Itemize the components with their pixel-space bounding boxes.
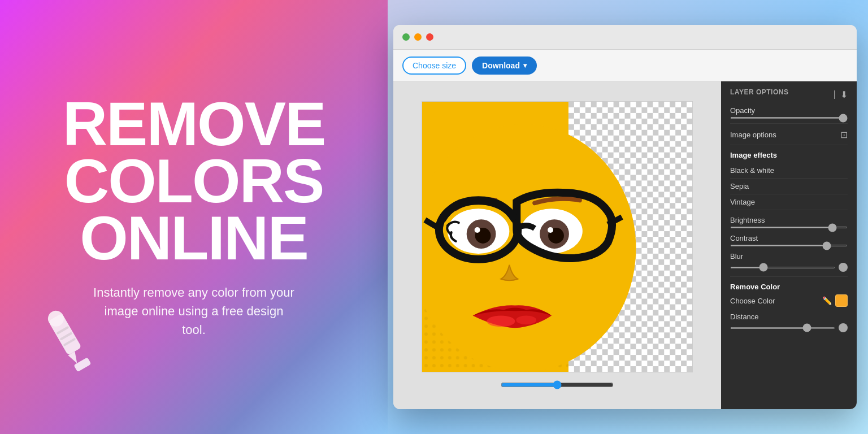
canvas-zoom-slider[interactable] xyxy=(501,380,614,389)
content-area: Layer options | ⬇ Opacity Image options … xyxy=(393,81,857,409)
left-panel: REMOVE COLORS ONLINE Instantly remove an… xyxy=(0,0,388,434)
hero-title: REMOVE COLORS ONLINE xyxy=(63,95,326,267)
eyedropper-icon xyxy=(34,304,107,377)
sidebar-icon-button-2[interactable]: ⬇ xyxy=(840,89,848,100)
right-panel: Choose size Download xyxy=(388,0,868,434)
app-window: Choose size Download xyxy=(393,25,857,409)
canvas-image xyxy=(422,102,692,372)
traffic-light-red[interactable] xyxy=(426,33,433,41)
title-bar xyxy=(393,25,857,50)
divider-3 xyxy=(730,276,848,277)
svg-point-23 xyxy=(548,227,553,233)
color-swatch[interactable] xyxy=(835,294,848,307)
canvas-area xyxy=(393,81,721,409)
brightness-slider[interactable] xyxy=(730,227,848,228)
layer-options-title: Layer options xyxy=(730,88,788,96)
divider-2 xyxy=(730,145,848,145)
sepia-effect[interactable]: Sepia xyxy=(730,179,848,194)
traffic-light-green[interactable] xyxy=(402,33,410,41)
blur-slider[interactable] xyxy=(730,267,835,268)
right-sidebar: Layer options | ⬇ Opacity Image options … xyxy=(721,81,857,409)
blur-label: Blur xyxy=(730,252,848,261)
svg-point-19 xyxy=(475,227,480,233)
contrast-slider[interactable] xyxy=(730,245,848,246)
distance-dot xyxy=(839,323,848,332)
toolbar: Choose size Download xyxy=(393,50,857,81)
crop-icon[interactable]: ⊡ xyxy=(840,129,848,140)
image-effects-label: Image effects xyxy=(730,151,848,159)
traffic-light-yellow[interactable] xyxy=(414,33,422,41)
canvas-slider xyxy=(501,380,614,389)
image-options-label: Image options xyxy=(730,131,776,139)
choose-size-button[interactable]: Choose size xyxy=(402,57,466,75)
choose-color-label: Choose Color xyxy=(730,297,775,305)
remove-color-label: Remove Color xyxy=(730,283,848,291)
svg-point-28 xyxy=(516,315,536,324)
download-button[interactable]: Download xyxy=(472,57,537,75)
svg-point-27 xyxy=(487,315,515,327)
hero-subtitle: Instantly remove any color from your ima… xyxy=(92,283,296,339)
canvas-wrapper xyxy=(422,101,693,372)
vintage-effect[interactable]: Vintage xyxy=(730,194,848,210)
eyedropper-tool-icon[interactable]: ✏️ xyxy=(822,296,832,305)
sidebar-icon-button-1[interactable]: | xyxy=(834,89,836,99)
blur-dot xyxy=(839,263,848,272)
distance-slider[interactable] xyxy=(730,327,835,329)
opacity-slider[interactable] xyxy=(730,117,848,119)
divider-1 xyxy=(730,123,848,124)
black-white-effect[interactable]: Black & white xyxy=(730,163,848,179)
distance-label: Distance xyxy=(730,313,848,321)
